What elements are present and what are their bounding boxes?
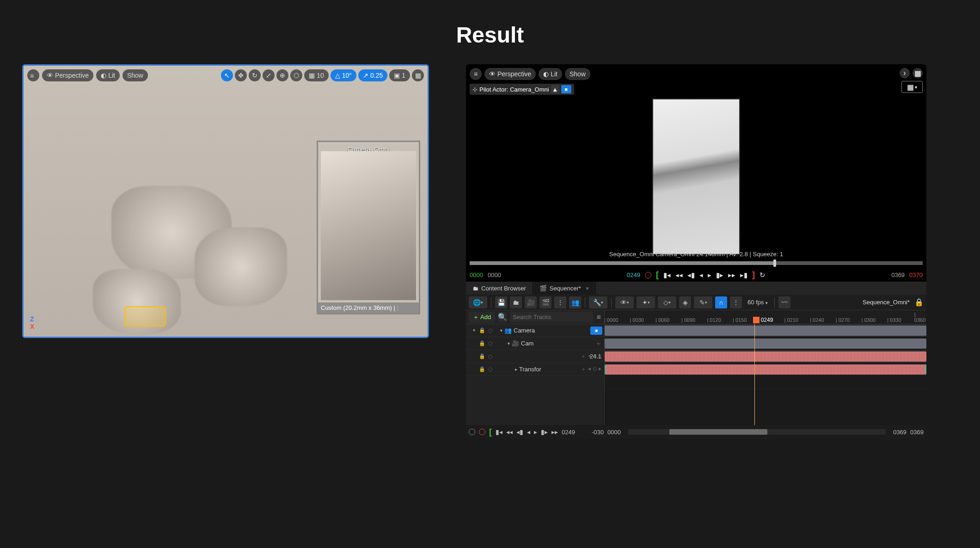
fps-dropdown[interactable]: 60 fps ▾	[745, 299, 771, 306]
viewport-grid-dropdown[interactable]: ▦▾	[901, 81, 923, 93]
step-forward-button[interactable]: ▸▸	[551, 428, 558, 436]
camera-pip[interactable]: Camera_Omni Custom (20.2mm x 36mm) | :	[317, 141, 420, 314]
snap-toggle[interactable]: ∩	[715, 296, 727, 308]
range-in-button[interactable]: [	[656, 270, 659, 280]
translate-tool[interactable]: ✥	[235, 69, 247, 81]
lock-icon[interactable]: 🔒	[914, 298, 924, 307]
view-dropdown[interactable]: 👥	[569, 296, 581, 308]
save-button[interactable]: 💾	[495, 296, 507, 308]
out-frame[interactable]: 0370	[909, 271, 923, 278]
actions-dropdown[interactable]: ⋮	[554, 296, 566, 308]
track-row-camera-cuts[interactable]: ✦🔒◌ ▾ 👥 Camera ■	[466, 324, 604, 337]
filter-button[interactable]: ≡	[596, 312, 601, 322]
scrub-thumb[interactable]	[773, 259, 776, 267]
range-in-button[interactable]: [	[489, 427, 492, 437]
eye-dropdown[interactable]: 👁▾	[615, 296, 634, 308]
mute-icon[interactable]: ✦	[470, 327, 478, 333]
render-button[interactable]: 🎥	[525, 296, 537, 308]
coord-space-toggle[interactable]: ⊕	[276, 69, 288, 81]
go-to-start-button[interactable]: ▮◂	[663, 271, 671, 279]
pen-dropdown[interactable]: ✎▾	[694, 296, 712, 308]
start-frame-green[interactable]: 0000	[470, 271, 483, 278]
sequence-breadcrumb[interactable]: Sequence_Omni*	[863, 299, 912, 306]
track-row-camera[interactable]: 🔒◌ ▾ 🎥 Cam ＋	[466, 337, 604, 350]
scale-snap-value[interactable]: ↗0.25	[358, 69, 387, 81]
timeline-ruler[interactable]: | 0000| 0030| 0060| 0090| 0120| 0150| 01…	[605, 310, 926, 324]
camera-active-button[interactable]: ■	[561, 85, 571, 93]
track-row-transform[interactable]: 🔒◌ ▸ Transfor ＋◂◇▸	[466, 363, 604, 376]
perspective-dropdown[interactable]: 👁Perspective	[484, 68, 536, 80]
solo-icon[interactable]: ◌	[486, 327, 495, 333]
lock-icon[interactable]: 🔒	[478, 353, 486, 359]
lit-dropdown[interactable]: ◐Lit	[96, 69, 120, 81]
browse-button[interactable]: 🖿	[510, 296, 522, 308]
eject-pilot-button[interactable]: ▲	[551, 85, 559, 93]
grid-snap-value[interactable]: ▦10	[304, 69, 329, 81]
lock-icon[interactable]: 🔒	[478, 327, 486, 333]
clip-row-camera[interactable]	[605, 337, 926, 350]
tab-close-button[interactable]: ×	[586, 285, 589, 292]
keyframe-controls[interactable]: ＋◂◇▸	[581, 352, 601, 360]
active-camera-badge[interactable]: ■	[590, 326, 602, 335]
clip-row-camera-cuts[interactable]	[605, 324, 926, 337]
rotate-tool[interactable]: ↻	[249, 69, 261, 81]
play-reverse-button[interactable]: ◂	[699, 271, 703, 279]
go-to-end-button[interactable]: ▸▮	[740, 271, 747, 279]
timeline[interactable]: | 0000| 0030| 0060| 0090| 0120| 0150| 01…	[605, 310, 926, 425]
frame-forward-button[interactable]: ▮▸	[716, 271, 723, 279]
loop-button[interactable]: ↻	[760, 271, 766, 279]
show-dropdown[interactable]: Show	[565, 68, 590, 80]
tab-content-browser[interactable]: 🖿Content Browser	[466, 282, 533, 295]
go-to-start-button[interactable]: ▮◂	[496, 428, 502, 436]
clip-row-focal-length[interactable]	[605, 350, 926, 363]
lock-icon[interactable]: 🔒	[478, 340, 486, 346]
autokey-button[interactable]: ◈	[679, 296, 691, 308]
record-button[interactable]	[645, 272, 651, 278]
camera-speed[interactable]: ▣1	[389, 69, 410, 81]
play-button[interactable]: ▸	[534, 428, 537, 436]
solo-icon[interactable]: ◌	[486, 340, 495, 346]
start-frame[interactable]: 0000	[488, 271, 501, 278]
angle-snap-value[interactable]: △10°	[331, 69, 356, 81]
surface-snap-toggle[interactable]: ⬡	[290, 69, 302, 81]
perspective-dropdown[interactable]: 👁Perspective	[42, 69, 93, 81]
chevron-down-icon[interactable]: ▾	[500, 328, 502, 333]
add-track-button[interactable]: ＋Add	[469, 312, 495, 323]
chevron-down-icon[interactable]: ▾	[508, 341, 510, 346]
viewport-menu-button[interactable]: ≡	[470, 68, 482, 80]
clip-row-transform[interactable]	[605, 363, 926, 376]
play-button[interactable]: ▸	[708, 271, 711, 279]
info-button[interactable]	[469, 429, 475, 435]
step-forward-button[interactable]: ▸▸	[728, 271, 735, 279]
keyframe-controls[interactable]: ＋◂◇▸	[581, 365, 601, 373]
add-key-button[interactable]: ＋	[595, 339, 601, 348]
wrench-dropdown[interactable]: 🔧▾	[589, 296, 607, 308]
select-tool[interactable]: ↖	[221, 69, 233, 81]
frame-forward-button[interactable]: ▮▸	[541, 428, 548, 436]
range-thumb[interactable]	[669, 429, 767, 435]
viewport-menu-button[interactable]: ≡	[27, 69, 39, 81]
play-reverse-button[interactable]: ◂	[527, 428, 530, 436]
cinematic-viewport[interactable]: ≡ 👁Perspective ◐Lit Show › ▦ ▦▾ ⊹ Pilot …	[466, 64, 926, 282]
solo-icon[interactable]: ◌	[486, 353, 495, 359]
snap-options-button[interactable]: ⋮	[730, 296, 742, 308]
tab-sequencer[interactable]: 🎬Sequencer*×	[533, 282, 596, 295]
frame-back-button[interactable]: ◂▮	[516, 428, 523, 436]
solo-icon[interactable]: ◌	[486, 366, 495, 372]
sparkle-dropdown[interactable]: ✦▾	[637, 296, 655, 308]
lock-icon[interactable]: 🔒	[478, 366, 486, 372]
current-frame-field[interactable]: 0249	[562, 429, 575, 436]
chevron-right-icon[interactable]: ▸	[515, 367, 517, 372]
playhead[interactable]: 0249	[754, 317, 755, 324]
search-tracks-input[interactable]	[510, 312, 593, 322]
show-dropdown[interactable]: Show	[122, 69, 148, 81]
step-back-button[interactable]: ◂◂	[506, 428, 513, 436]
scrub-bar[interactable]	[470, 261, 923, 265]
end-frame[interactable]: 0369	[891, 271, 905, 278]
current-frame-display[interactable]: 0249	[627, 271, 640, 278]
viewport-layout-button[interactable]: ▦	[412, 69, 424, 81]
range-out-button[interactable]: ]	[752, 270, 755, 280]
key-dropdown[interactable]: ◇▾	[658, 296, 676, 308]
director-button[interactable]: 🎬	[539, 296, 551, 308]
world-dropdown[interactable]: 🌐▾	[469, 296, 487, 308]
